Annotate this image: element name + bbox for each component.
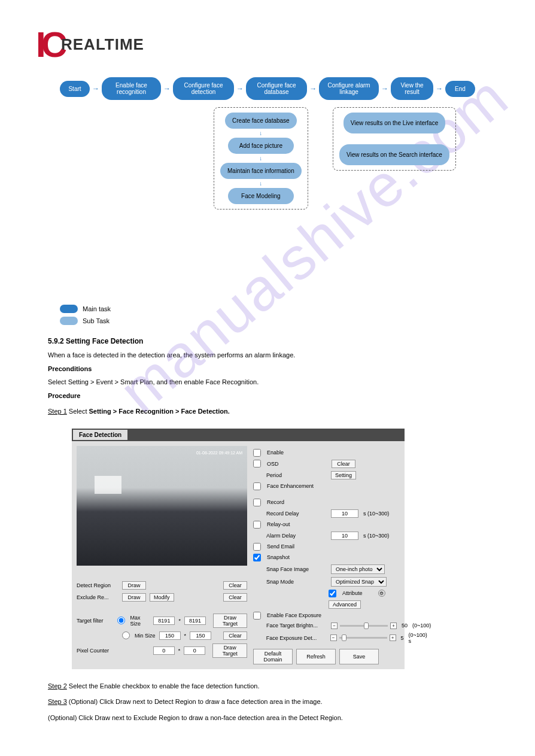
save-button[interactable]: Save (339, 649, 379, 664)
legend-swatch-sub (60, 317, 78, 325)
min-h-input[interactable] (190, 631, 211, 640)
snap-mode-label: Snap Mode (266, 579, 326, 585)
alarm-delay-input[interactable] (331, 532, 358, 540)
snap-mode-select[interactable]: Optimized Snap (331, 577, 387, 587)
snapshot-checkbox[interactable] (253, 554, 261, 561)
legend-main-label: Main task (83, 305, 111, 312)
sub-group-database: Create face database ↓ Add face picture … (214, 107, 308, 210)
arrow-icon: → (163, 84, 171, 93)
refresh-button[interactable]: Refresh (296, 649, 336, 664)
exclude-draw-button[interactable]: Draw (122, 593, 146, 602)
flow-node-detect: Configure face detection (173, 77, 234, 100)
enable-checkbox[interactable] (253, 449, 261, 457)
max-size-radio[interactable] (117, 617, 125, 624)
step3-text: (Optional) Click Draw next to Detect Reg… (67, 698, 323, 705)
step1-label: Step 1 (48, 408, 67, 415)
osd-label: OSD (267, 461, 327, 467)
panel-tab[interactable]: Face Detection (73, 430, 127, 440)
flowchart: Start → Enable face recognition → Config… (60, 77, 475, 221)
detect-region-draw-button[interactable]: Draw (122, 581, 146, 590)
flowchart-legend: Main task Sub Task (60, 305, 499, 325)
flow-node-enable: Enable face recognition (102, 77, 161, 100)
advanced-button[interactable]: Advanced (329, 600, 361, 609)
exclude-modify-button[interactable]: Modify (150, 593, 174, 602)
relay-out-checkbox[interactable] (253, 521, 261, 529)
legend-swatch-main (60, 305, 78, 313)
face-enhance-label: Face Enhancement (267, 483, 314, 489)
brand-logo: IC REALTIME (36, 24, 499, 65)
exclude-clear-button[interactable]: Clear (223, 593, 247, 602)
max-h-input[interactable] (184, 617, 206, 625)
arrow-icon: → (236, 84, 244, 93)
preconditions-label: Preconditions (48, 365, 92, 372)
max-w-input[interactable] (153, 617, 175, 625)
arrow-down-icon: ↓ (259, 130, 262, 136)
face-exp-det-range: (0~100) s (409, 632, 431, 644)
arrow-down-icon: ↓ (259, 155, 262, 162)
logo-realtime: REALTIME (61, 35, 144, 54)
step1-path: Setting > Face Recognition > Face Detect… (89, 408, 230, 415)
exclude-region-label: Exclude Re... (77, 594, 118, 600)
face-bright-range: (0~100) (412, 623, 431, 629)
alarm-delay-label: Alarm Delay (266, 533, 326, 539)
min-w-input[interactable] (159, 631, 181, 640)
attribute-checkbox[interactable] (329, 590, 336, 597)
arrow-down-icon: ↓ (259, 180, 262, 187)
default-domain-button[interactable]: Default Domain (253, 649, 293, 664)
period-label: Period (266, 472, 326, 478)
flow-node-start: Start (60, 81, 90, 97)
target-filter-label: Target filter (77, 618, 114, 624)
pixel-draw-target-button[interactable]: Draw Target (212, 643, 247, 658)
record-delay-label: Record Delay (266, 511, 326, 517)
osd-clear-button[interactable]: Clear (332, 460, 355, 468)
record-checkbox[interactable] (253, 499, 261, 506)
enable-label: Enable (267, 450, 284, 456)
max-size-label: Max Size (130, 615, 150, 627)
panel-titlebar: Face Detection (72, 429, 405, 441)
detect-region-clear-button[interactable]: Clear (223, 581, 247, 590)
arrow-icon: → (436, 84, 443, 93)
flow-sub-live: View results on the Live interface (344, 113, 446, 133)
flow-node-db: Configure face database (246, 77, 307, 100)
sub-group-view: View results on the Live interface View … (333, 107, 456, 171)
draw-target-button[interactable]: Draw Target (213, 614, 247, 628)
send-email-label: Send Email (267, 544, 294, 549)
face-exposure-checkbox[interactable] (253, 612, 261, 620)
record-delay-input[interactable] (331, 509, 358, 518)
send-email-checkbox[interactable] (253, 543, 261, 551)
face-enhance-checkbox[interactable] (253, 482, 261, 490)
pixel-w-input[interactable] (153, 646, 175, 655)
pixel-h-input[interactable] (184, 646, 205, 655)
face-exposure-label: Enable Face Exposure (267, 612, 321, 618)
face-bright-slider[interactable]: −+ (331, 623, 397, 629)
procedure-label: Procedure (48, 392, 80, 399)
snap-face-image-select[interactable]: One-inch photo (331, 564, 385, 574)
alarm-delay-unit: s (10~300) (363, 533, 389, 539)
detect-region-label: Detect Region (77, 582, 118, 588)
flow-sub-add-pic: Add face picture (228, 138, 294, 154)
filter-clear-button[interactable]: Clear (223, 631, 247, 640)
osd-checkbox[interactable] (253, 460, 261, 467)
logo-ic: IC (36, 24, 62, 65)
face-exp-det-value: 5 (401, 635, 404, 641)
flow-sub-create-db: Create face database (225, 113, 297, 129)
face-bright-label: Face Target Brightn... (266, 623, 326, 629)
flow-sub-search: View results on the Search interface (339, 144, 449, 165)
flow-sub-modeling: Face Modeling (228, 188, 294, 204)
period-setting-button[interactable]: Setting (331, 471, 356, 479)
min-size-label: Min Size (135, 633, 156, 639)
attribute-config-icon[interactable]: ⚙ (378, 590, 385, 597)
step1-text: Select (67, 408, 89, 415)
min-size-radio[interactable] (122, 631, 130, 639)
pixel-counter-label: Pixel Counter (77, 648, 114, 654)
arrow-icon: → (309, 84, 317, 93)
step2-label: Step 2 (48, 682, 67, 690)
step3-label: Step 3 (48, 698, 67, 705)
relay-out-label: Relay-out (267, 521, 290, 527)
flow-node-alarm: Configure alarm linkage (319, 77, 379, 100)
preview-timestamp: 01-08-2022 09:49:12 AM (196, 451, 242, 455)
record-label: Record (267, 499, 284, 505)
face-exp-det-slider[interactable]: −+ (330, 634, 396, 641)
snapshot-label: Snapshot (267, 554, 290, 560)
video-preview: 01-08-2022 09:49:12 AM (77, 446, 247, 566)
